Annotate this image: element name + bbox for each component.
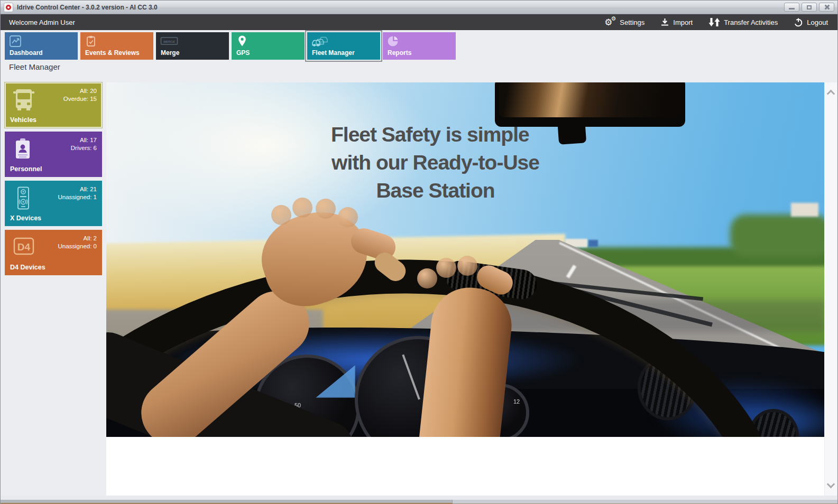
maximize-icon — [807, 5, 812, 10]
pie-chart-icon — [387, 35, 400, 48]
x-devices-card[interactable]: All: 21 Unassigned: 1 X Devices — [5, 181, 102, 226]
tree-hill — [730, 214, 824, 257]
personnel-stats: All: 17 Drivers: 6 — [71, 136, 97, 152]
logout-button[interactable]: Logout — [794, 17, 828, 27]
bus-icon — [11, 88, 36, 112]
location-pin-icon — [236, 35, 248, 48]
page-title: Fleet Manager — [9, 62, 60, 71]
window-title: Idrive Control Center - 3.0.2 version - … — [17, 4, 158, 11]
x-devices-card-label: X Devices — [10, 214, 41, 222]
vehicles-card-label: Vehicles — [10, 116, 36, 124]
knuckle — [316, 199, 336, 219]
knuckle — [292, 198, 312, 218]
promo-headline: Fleet Safety is simple with our Ready-to… — [122, 120, 540, 148]
svg-text:D4: D4 — [17, 241, 31, 253]
d4-devices-card[interactable]: D4 All: 2 Unassigned: 0 D4 Devices — [5, 230, 102, 275]
far-white-house — [791, 203, 818, 217]
stat-line: All: 17 — [80, 137, 97, 143]
knuckle — [338, 207, 358, 227]
stat-line: All: 20 — [80, 88, 97, 94]
minimize-button[interactable] — [784, 3, 799, 12]
knuckle — [457, 256, 477, 276]
module-tabs: Dashboard Events & Reviews MERGE Merge G… — [5, 32, 456, 60]
tab-label: GPS — [236, 49, 250, 57]
tab-reports[interactable]: Reports — [383, 32, 456, 60]
up-down-arrows-icon — [708, 17, 720, 27]
clipboard-check-icon — [85, 35, 97, 48]
stat-line: Unassigned: 0 — [58, 243, 97, 249]
tab-label: Fleet Manager — [312, 49, 355, 57]
tab-dashboard[interactable]: Dashboard — [5, 32, 78, 60]
knuckle — [417, 268, 437, 288]
close-button[interactable] — [819, 3, 834, 12]
top-toolbar: Welcome Admin User ⚙ ⚙ Settings Import — [1, 14, 837, 30]
stat-line: All: 21 — [80, 186, 97, 192]
stat-line: Overdue: 15 — [63, 96, 97, 102]
bottom-spacer — [1, 496, 837, 500]
transfer-activities-label: Transfer Activities — [724, 18, 778, 26]
app-window: Idrive Control Center - 3.0.2 version - … — [0, 0, 838, 504]
tab-label: Merge — [161, 49, 179, 57]
tab-label: Dashboard — [10, 49, 43, 57]
knuckle — [436, 258, 456, 278]
tab-label: Reports — [388, 49, 411, 57]
d4-devices-card-label: D4 Devices — [10, 264, 45, 271]
app-logo-icon — [4, 3, 13, 12]
logout-label: Logout — [807, 18, 828, 26]
vehicles-stats: All: 20 Overdue: 15 — [63, 87, 97, 103]
power-icon — [794, 17, 803, 27]
minimize-icon — [789, 8, 795, 10]
fleet-summary-cards: All: 20 Overdue: 15 Vehicles All: 17 Dri… — [5, 82, 102, 275]
personnel-card-label: Personnel — [10, 165, 42, 173]
d4-device-icon: D4 — [11, 235, 36, 258]
x-device-icon — [11, 186, 35, 210]
scroll-up-icon[interactable] — [827, 90, 835, 98]
fleet-cars-icon — [311, 35, 329, 48]
d4-devices-stats: All: 2 Unassigned: 0 — [58, 235, 97, 250]
id-badge-icon — [11, 137, 35, 161]
tab-fleet-manager[interactable]: Fleet Manager — [307, 32, 380, 60]
import-label: Import — [673, 18, 693, 26]
tab-gps[interactable]: GPS — [232, 32, 305, 60]
transfer-activities-button[interactable]: Transfer Activities — [708, 17, 778, 27]
merge-box-icon: MERGE — [160, 35, 178, 48]
settings-button[interactable]: ⚙ ⚙ Settings — [604, 17, 644, 27]
stat-line: Drivers: 6 — [71, 145, 97, 151]
title-bar: Idrive Control Center - 3.0.2 version - … — [1, 1, 837, 14]
x-devices-stats: All: 21 Unassigned: 1 — [58, 185, 97, 201]
stat-line: Unassigned: 1 — [58, 194, 97, 200]
vehicles-card[interactable]: All: 20 Overdue: 15 Vehicles — [5, 82, 102, 128]
settings-label: Settings — [620, 18, 644, 26]
gears-icon: ⚙ ⚙ — [604, 17, 616, 27]
import-button[interactable]: Import — [660, 18, 693, 26]
vertical-scrollbar[interactable] — [824, 82, 837, 496]
far-building-blue — [588, 240, 598, 247]
fleet-promo-photo: Fleet Safety is simple with our Ready-to… — [106, 82, 824, 437]
stat-line: All: 2 — [83, 235, 97, 241]
close-icon — [824, 4, 830, 10]
welcome-text: Welcome Admin User — [9, 18, 75, 26]
mirror-reflection — [499, 82, 681, 117]
mirror-stem — [558, 124, 586, 145]
tab-events-reviews[interactable]: Events & Reviews — [80, 32, 153, 60]
personnel-card[interactable]: All: 17 Drivers: 6 Personnel — [5, 132, 102, 177]
scroll-down-icon[interactable] — [827, 480, 835, 489]
tab-merge[interactable]: MERGE Merge — [156, 32, 229, 60]
main-content: Fleet Safety is simple with our Ready-to… — [106, 82, 837, 496]
rear-view-mirror — [495, 82, 685, 127]
knuckle — [271, 205, 291, 225]
svg-text:MERGE: MERGE — [163, 40, 176, 43]
download-icon — [660, 18, 669, 26]
tab-label: Events & Reviews — [85, 49, 140, 57]
promo-headline-line2: with our Ready-to-Use Base Station — [331, 148, 540, 204]
dashboard-chart-icon — [9, 35, 22, 48]
maximize-button[interactable] — [802, 3, 817, 12]
